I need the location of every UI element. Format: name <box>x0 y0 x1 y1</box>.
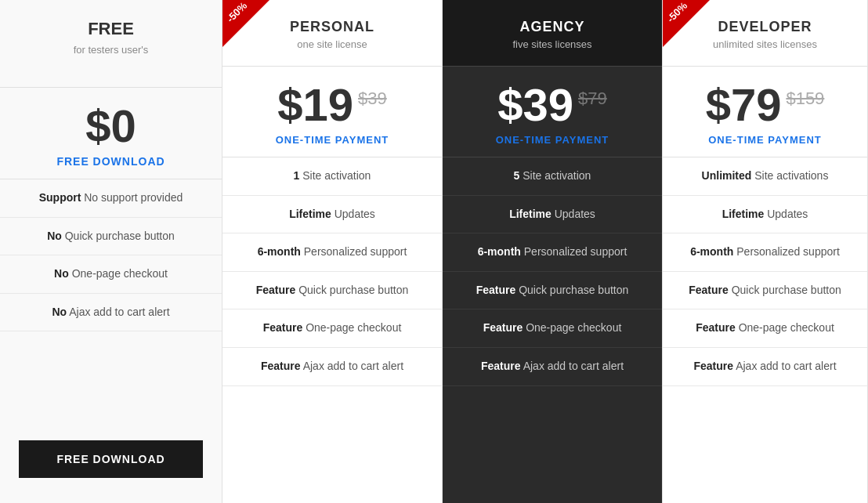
developer-feature-5: Feature One-page checkout <box>663 309 867 348</box>
personal-feature-6-bold: Feature <box>261 360 301 372</box>
free-feature-2-text: Quick purchase button <box>65 230 175 242</box>
free-feature-1-bold: Support <box>39 191 81 204</box>
developer-feature-6-bold: Feature <box>693 360 733 372</box>
free-download-label: FREE DOWNLOAD <box>9 155 212 168</box>
personal-feature-5-bold: Feature <box>263 321 303 334</box>
col-personal: -50% PERSONAL one site license $19 $39 O… <box>222 0 443 503</box>
agency-feature-5-bold: Feature <box>483 321 523 334</box>
personal-price-old: $39 <box>358 89 387 109</box>
personal-feature-6-text: Ajax add to cart alert <box>303 360 403 372</box>
agency-feature-3-bold: 6-month <box>478 245 521 258</box>
personal-feature-3-bold: 6-month <box>258 245 301 258</box>
agency-feature-4-text: Quick purchase button <box>519 284 628 296</box>
developer-price: $79 <box>706 82 782 128</box>
personal-feature-3: 6-month Personalized support <box>222 233 442 272</box>
personal-payment-label: ONE-TIME PAYMENT <box>232 134 432 146</box>
agency-feature-6-bold: Feature <box>481 360 521 372</box>
developer-feature-1-text: Site activations <box>754 169 828 182</box>
personal-feature-1: 1 Site activation <box>222 157 442 196</box>
personal-feature-2-text: Updates <box>335 208 375 220</box>
agency-feature-1-bold: 5 <box>514 169 520 182</box>
free-top-section: FREE for testers user's <box>0 0 222 88</box>
free-feature-2: No Quick purchase button <box>0 218 222 256</box>
personal-feature-2-bold: Lifetime <box>289 208 331 220</box>
personal-feature-1-bold: 1 <box>294 169 300 182</box>
free-feature-1-text: No support provided <box>84 191 183 204</box>
agency-plan-name: AGENCY <box>519 19 584 35</box>
agency-feature-4-bold: Feature <box>476 284 516 296</box>
agency-feature-6: Feature Ajax add to cart alert <box>443 348 662 386</box>
developer-price-row: $79 $159 <box>672 82 858 128</box>
agency-feature-1: 5 Site activation <box>443 157 662 196</box>
agency-feature-2: Lifetime Updates <box>443 196 662 234</box>
agency-feature-3-text: Personalized support <box>524 245 627 258</box>
agency-price-row: $39 $79 <box>452 82 653 128</box>
developer-discount-text: -50% <box>664 0 689 25</box>
developer-feature-4: Feature Quick purchase button <box>663 272 867 310</box>
agency-feature-1-text: Site activation <box>523 169 591 182</box>
developer-plan-name: DEVELOPER <box>718 19 812 35</box>
free-subtitle: for testers user's <box>74 44 149 56</box>
personal-discount-badge: -50% <box>222 0 269 47</box>
developer-header: -50% DEVELOPER unlimited sites licenses <box>663 0 867 67</box>
agency-price-section: $39 $79 ONE-TIME PAYMENT <box>443 67 662 157</box>
personal-header: -50% PERSONAL one site license <box>222 0 442 67</box>
agency-feature-4: Feature Quick purchase button <box>443 272 662 310</box>
personal-price-section: $19 $39 ONE-TIME PAYMENT <box>222 67 442 157</box>
personal-price: $19 <box>277 82 353 128</box>
free-feature-1: Support No support provided <box>0 179 222 218</box>
free-feature-3-text: One-page checkout <box>72 267 168 280</box>
agency-header: AGENCY five sites licenses <box>443 0 662 67</box>
personal-feature-6: Feature Ajax add to cart alert <box>222 348 442 386</box>
agency-feature-5-text: One-page checkout <box>526 321 621 334</box>
free-feature-3: No One-page checkout <box>0 255 222 294</box>
personal-price-row: $19 $39 <box>232 82 432 128</box>
developer-payment-label: ONE-TIME PAYMENT <box>672 134 858 146</box>
developer-feature-6: Feature Ajax add to cart alert <box>663 348 867 386</box>
free-feature-4-text: Ajax add to cart alert <box>69 306 169 318</box>
col-developer: -50% DEVELOPER unlimited sites licenses … <box>663 0 868 503</box>
developer-feature-1: Unlimited Site activations <box>663 157 867 196</box>
developer-feature-2: Lifetime Updates <box>663 196 867 234</box>
developer-price-old: $159 <box>786 89 824 109</box>
developer-feature-3-text: Personalized support <box>736 245 840 258</box>
developer-feature-5-bold: Feature <box>696 321 736 334</box>
personal-feature-3-text: Personalized support <box>304 245 407 258</box>
col-agency: AGENCY five sites licenses $39 $79 ONE-T… <box>443 0 663 503</box>
personal-discount-text: -50% <box>224 0 249 25</box>
agency-feature-2-bold: Lifetime <box>509 208 552 220</box>
developer-discount-badge: -50% <box>663 0 710 47</box>
agency-feature-6-text: Ajax add to cart alert <box>523 360 624 372</box>
personal-feature-1-text: Site activation <box>302 169 371 182</box>
agency-feature-5: Feature One-page checkout <box>443 309 662 348</box>
personal-feature-4: Feature Quick purchase button <box>222 272 442 310</box>
developer-feature-6-text: Ajax add to cart alert <box>736 360 836 372</box>
developer-feature-1-bold: Unlimited <box>702 169 752 182</box>
pricing-table: FREE for testers user's $0 FREE DOWNLOAD… <box>0 0 868 503</box>
developer-feature-2-bold: Lifetime <box>722 208 765 220</box>
developer-feature-4-text: Quick purchase button <box>732 284 841 296</box>
agency-price: $39 <box>497 82 573 128</box>
agency-plan-subtitle: five sites licenses <box>512 38 591 50</box>
free-title: FREE <box>88 19 134 39</box>
agency-feature-3: 6-month Personalized support <box>443 233 662 272</box>
developer-plan-subtitle: unlimited sites licenses <box>713 38 817 50</box>
developer-feature-3-bold: 6-month <box>690 245 733 258</box>
developer-feature-5-text: One-page checkout <box>739 321 834 334</box>
personal-feature-2: Lifetime Updates <box>222 196 442 234</box>
free-feature-4: No Ajax add to cart alert <box>0 294 222 332</box>
free-price-section: $0 FREE DOWNLOAD <box>0 88 222 179</box>
personal-feature-5: Feature One-page checkout <box>222 309 442 348</box>
free-feature-4-bold: No <box>52 306 67 318</box>
free-download-button[interactable]: FREE DOWNLOAD <box>19 440 203 478</box>
free-feature-3-bold: No <box>54 267 69 280</box>
developer-feature-4-bold: Feature <box>689 284 729 296</box>
personal-feature-5-text: One-page checkout <box>306 321 401 334</box>
personal-feature-4-text: Quick purchase button <box>298 284 408 296</box>
free-cta-section: FREE DOWNLOAD <box>0 415 222 503</box>
developer-feature-2-text: Updates <box>767 208 808 220</box>
personal-feature-4-bold: Feature <box>256 284 296 296</box>
developer-feature-3: 6-month Personalized support <box>663 233 867 272</box>
col-free: FREE for testers user's $0 FREE DOWNLOAD… <box>0 0 222 503</box>
developer-price-section: $79 $159 ONE-TIME PAYMENT <box>663 67 867 157</box>
